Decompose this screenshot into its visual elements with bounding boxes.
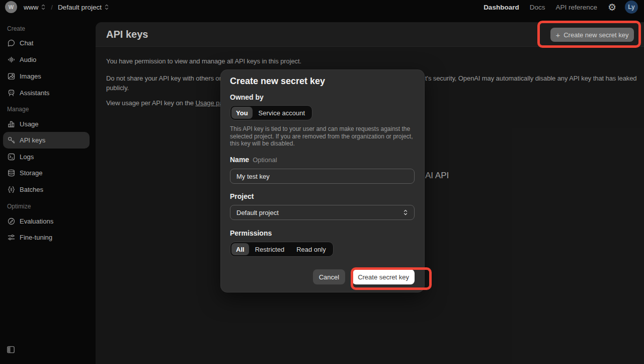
- permission-option-restricted[interactable]: Restricted: [249, 243, 291, 255]
- name-label: Name: [230, 156, 249, 164]
- app-window: W www / Default project Dashboard Docs A…: [0, 0, 644, 364]
- cancel-button[interactable]: Cancel: [313, 269, 345, 284]
- owner-description: This API key is tied to your user and ca…: [230, 125, 418, 148]
- project-select[interactable]: Default project: [230, 205, 415, 220]
- permission-option-all[interactable]: All: [231, 243, 249, 255]
- owner-segmented-control: You Service account: [230, 105, 312, 120]
- permissions-segmented-control: All Restricted Read only: [230, 242, 334, 257]
- name-input[interactable]: [230, 169, 415, 184]
- modal-actions: Cancel Create secret key: [313, 269, 415, 284]
- permissions-label: Permissions: [230, 229, 272, 237]
- permission-option-read-only[interactable]: Read only: [290, 243, 332, 255]
- modal-title: Create new secret key: [230, 76, 325, 87]
- project-label: Project: [230, 192, 254, 200]
- owned-by-label: Owned by: [230, 93, 264, 101]
- create-secret-key-button[interactable]: Create secret key: [352, 269, 415, 284]
- name-optional-label: Optional: [253, 156, 277, 164]
- unfold-icon: [403, 208, 408, 216]
- project-select-value: Default project: [236, 209, 279, 216]
- name-label-row: Name Optional: [230, 156, 277, 164]
- owner-option-service-account[interactable]: Service account: [253, 107, 311, 119]
- owner-option-you[interactable]: You: [231, 107, 253, 119]
- create-secret-key-modal: Create new secret key Owned by You Servi…: [220, 69, 425, 293]
